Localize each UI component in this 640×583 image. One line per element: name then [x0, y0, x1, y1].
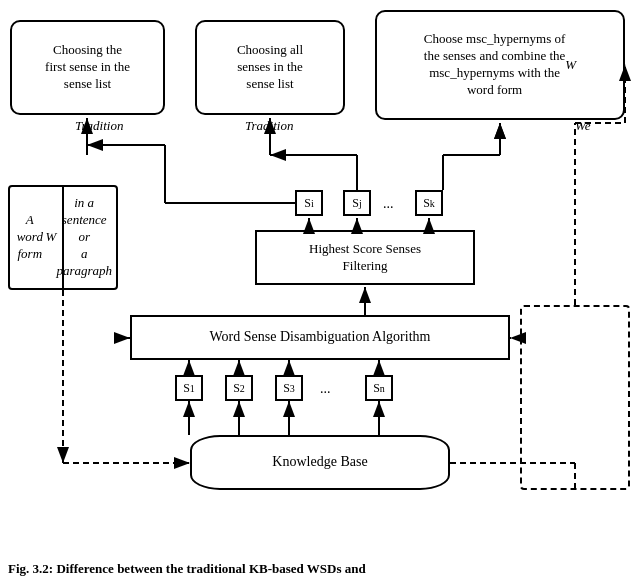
dots-top: ... [383, 196, 394, 212]
sense-box-si: Si [295, 190, 323, 216]
sense-box-s3: S3 [275, 375, 303, 401]
sense-box-s1: S1 [175, 375, 203, 401]
sense-box-sk: Sk [415, 190, 443, 216]
label-tradition2: Tradition [245, 118, 293, 134]
box-first-sense: Choosing thefirst sense in thesense list [10, 20, 165, 115]
box-word-form: A word formW in asentence ora paragraph [8, 185, 118, 290]
dots-bottom: ... [320, 381, 331, 397]
box-kb: Knowledge Base [190, 435, 450, 490]
sense-box-s2: S2 [225, 375, 253, 401]
box-all-senses: Choosing allsenses in thesense list [195, 20, 345, 115]
diagram: Choosing thefirst sense in thesense list… [0, 0, 640, 540]
figure-caption: Fig. 3.2: Difference between the traditi… [0, 557, 640, 581]
box-wsd: Word Sense Disambiguation Algorithm [130, 315, 510, 360]
sense-box-sj: Sj [343, 190, 371, 216]
box-filter: Highest Score SensesFiltering [255, 230, 475, 285]
box-hypernyms: Choose msc_hypernyms ofthe senses and co… [375, 10, 625, 120]
sense-box-sn: Sn [365, 375, 393, 401]
dashed-feedback-box [520, 305, 630, 490]
label-tradition1: Tradition [75, 118, 123, 134]
label-we: We [575, 118, 590, 134]
